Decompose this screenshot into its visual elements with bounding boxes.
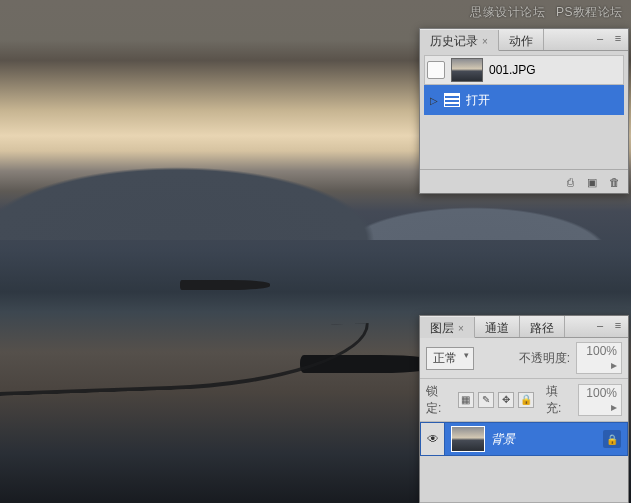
blend-opacity-row: 正常 不透明度: 100% ▸ (420, 338, 628, 379)
blend-mode-value: 正常 (433, 351, 457, 365)
panel-header: 历史记录 × 动作 – ≡ (420, 29, 628, 51)
history-source-row[interactable]: 001.JPG (424, 55, 624, 85)
opacity-label: 不透明度: (519, 350, 570, 367)
open-step-icon (444, 93, 460, 107)
fill-input[interactable]: 100% ▸ (578, 384, 622, 416)
menu-icon[interactable]: ≡ (612, 319, 624, 331)
history-filename: 001.JPG (489, 63, 536, 77)
layer-name[interactable]: 背景 (491, 431, 603, 448)
watermark-text: 思缘设计论坛 (470, 5, 545, 19)
lock-fill-row: 锁定: ▦ ✎ ✥ 🔒 填充: 100% ▸ (420, 379, 628, 422)
history-footer: ⎙ ▣ 🗑 (420, 169, 628, 193)
lock-label: 锁定: (426, 383, 452, 417)
fill-value: 100% (586, 386, 617, 400)
layer-row[interactable]: 👁 背景 🔒 (420, 422, 628, 456)
history-step-row[interactable]: ▷ 打开 (424, 85, 624, 115)
tab-paths[interactable]: 路径 (520, 316, 565, 337)
layer-list: 👁 背景 🔒 (420, 422, 628, 502)
play-icon: ▷ (430, 95, 438, 106)
history-thumbnail (451, 58, 483, 82)
close-icon[interactable]: × (458, 323, 464, 334)
opacity-value: 100% (586, 344, 617, 358)
menu-icon[interactable]: ≡ (612, 32, 624, 44)
history-step-label: 打开 (466, 92, 490, 109)
fill-label: 填充: (546, 383, 572, 417)
tab-history[interactable]: 历史记录 × (420, 30, 499, 51)
watermark-text: PS教程论坛 (556, 5, 623, 19)
boat-shape (180, 280, 270, 290)
tab-label: 通道 (485, 320, 509, 337)
trash-icon[interactable]: 🗑 (608, 176, 620, 188)
tab-label: 图层 (430, 320, 454, 337)
tab-channels[interactable]: 通道 (475, 316, 520, 337)
tab-label: 动作 (509, 33, 533, 50)
lock-position-icon[interactable]: ✥ (498, 392, 514, 408)
tab-layers[interactable]: 图层 × (420, 317, 475, 338)
history-brush-icon[interactable] (427, 61, 445, 79)
camera-icon[interactable]: ⎙ (564, 176, 576, 188)
tab-actions[interactable]: 动作 (499, 29, 544, 50)
layer-thumbnail[interactable] (451, 426, 485, 452)
lock-image-icon[interactable]: ✎ (478, 392, 494, 408)
lock-all-icon[interactable]: 🔒 (518, 392, 534, 408)
lock-icon: 🔒 (603, 430, 621, 448)
lock-transparent-icon[interactable]: ▦ (458, 392, 474, 408)
tab-label: 路径 (530, 320, 554, 337)
panel-header: 图层 × 通道 路径 – ≡ (420, 316, 628, 338)
watermark: 思缘设计论坛 PS教程论坛 (470, 4, 623, 21)
blend-mode-select[interactable]: 正常 (426, 347, 474, 370)
layers-panel: 图层 × 通道 路径 – ≡ 正常 不透明度: 100% ▸ 锁定: ▦ ✎ ✥… (419, 315, 629, 503)
minimize-icon[interactable]: – (594, 319, 606, 331)
close-icon[interactable]: × (482, 36, 488, 47)
opacity-input[interactable]: 100% ▸ (576, 342, 622, 374)
new-icon[interactable]: ▣ (586, 176, 598, 188)
history-body: 001.JPG ▷ 打开 (420, 51, 628, 169)
visibility-eye-icon[interactable]: 👁 (421, 423, 445, 455)
history-panel: 历史记录 × 动作 – ≡ 001.JPG ▷ 打开 ⎙ ▣ 🗑 (419, 28, 629, 194)
minimize-icon[interactable]: – (594, 32, 606, 44)
tab-label: 历史记录 (430, 33, 478, 50)
history-empty-area (424, 115, 624, 165)
